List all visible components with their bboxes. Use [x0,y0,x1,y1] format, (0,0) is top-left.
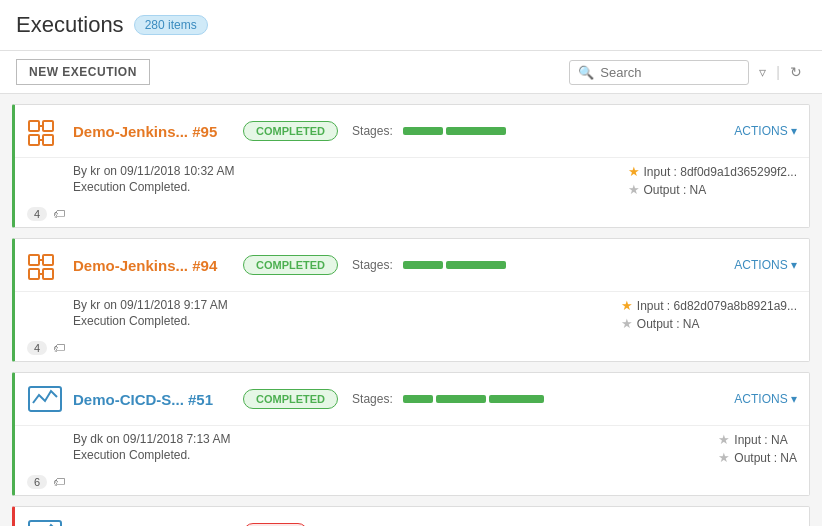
exec-io: ★Input : 8df0d9a1d365299f2...★Output : N… [628,164,797,197]
stages-section: Stages: [352,392,544,406]
input-star-icon[interactable]: ★ [718,432,730,447]
actions-button[interactable]: ACTIONS ▾ [734,124,797,138]
stage-bar-0 [403,261,443,269]
svg-rect-8 [43,255,53,265]
exec-card-body: By kr on 09/11/2018 9:17 AMExecution Com… [15,292,809,339]
exec-io: ★Input : 6d82d079a8b8921a9...★Output : N… [621,298,797,331]
exec-meta: By dk on 09/11/2018 7:13 AMExecution Com… [27,432,230,462]
page-header: Executions 280 items [0,0,822,51]
exec-name: Demo-Jenkins... #95 [73,123,233,140]
exec-by: By dk on 09/11/2018 7:13 AM [73,432,230,446]
execution-card-exec-50: Demo-CICD-S... #50FAILEDStages:ACTIONS ▾… [12,506,810,526]
exec-message: Execution Completed. [73,314,228,328]
stage-bar-1 [446,127,506,135]
page-title: Executions [16,12,124,38]
filter-icon[interactable]: ▿ [755,62,770,82]
input-value: Input : NA [734,433,787,447]
tag-icon: 🏷 [53,207,65,221]
output-star-icon[interactable]: ★ [621,316,633,331]
exec-card-body: By kr on 09/11/2018 10:32 AMExecution Co… [15,158,809,205]
svg-rect-1 [29,135,39,145]
search-icon: 🔍 [578,65,594,80]
new-execution-button[interactable]: NEW EXECUTION [16,59,150,85]
toolbar-right: 🔍 ▿ | ↻ [569,60,806,85]
stage-bar-1 [436,395,486,403]
search-box: 🔍 [569,60,749,85]
cicd-icon [27,381,63,417]
exec-card-top: Demo-CICD-S... #50FAILEDStages:ACTIONS ▾ [15,507,809,526]
input-row: ★Input : NA [718,432,787,447]
output-row: ★Output : NA [718,450,797,465]
status-badge: COMPLETED [243,389,338,409]
exec-card-body: By dk on 09/11/2018 7:13 AMExecution Com… [15,426,809,473]
exec-message: Execution Completed. [73,448,230,462]
toolbar: NEW EXECUTION 🔍 ▿ | ↻ [0,51,822,94]
exec-by: By kr on 09/11/2018 10:32 AM [73,164,234,178]
exec-message: Execution Completed. [73,180,234,194]
execution-card-exec-94: Demo-Jenkins... #94COMPLETEDStages:ACTIO… [12,238,810,362]
stage-bars [403,395,544,403]
stage-bar-2 [489,395,544,403]
execution-card-exec-51: Demo-CICD-S... #51COMPLETEDStages:ACTION… [12,372,810,496]
card-footer: 6🏷 [15,473,809,495]
refresh-icon[interactable]: ↻ [786,62,806,82]
tag-count: 6 [27,475,47,489]
svg-rect-3 [43,135,53,145]
stage-bar-0 [403,395,433,403]
svg-rect-9 [43,269,53,279]
card-footer: 4🏷 [15,339,809,361]
stages-label: Stages: [352,124,393,138]
exec-meta: By kr on 09/11/2018 10:32 AMExecution Co… [27,164,234,194]
exec-card-top: Demo-CICD-S... #51COMPLETEDStages:ACTION… [15,373,809,426]
status-badge: COMPLETED [243,255,338,275]
stages-section: Stages: [352,124,506,138]
exec-card-top: Demo-Jenkins... #94COMPLETEDStages:ACTIO… [15,239,809,292]
stage-bar-1 [446,261,506,269]
output-star-icon[interactable]: ★ [628,182,640,197]
tag-icon: 🏷 [53,475,65,489]
actions-button[interactable]: ACTIONS ▾ [734,258,797,272]
output-value: Output : NA [734,451,797,465]
output-row: ★Output : NA [621,316,700,331]
output-value: Output : NA [644,183,707,197]
exec-by: By kr on 09/11/2018 9:17 AM [73,298,228,312]
jenkins-icon [27,113,63,149]
items-count-badge: 280 items [134,15,208,35]
stages-section: Stages: [352,258,506,272]
divider: | [776,64,780,80]
exec-card-top: Demo-Jenkins... #95COMPLETEDStages:ACTIO… [15,105,809,158]
tag-count: 4 [27,341,47,355]
search-input[interactable] [600,65,740,80]
stage-bar-0 [403,127,443,135]
exec-name: Demo-Jenkins... #94 [73,257,233,274]
svg-rect-2 [43,121,53,131]
stages-label: Stages: [352,392,393,406]
exec-name: Demo-CICD-S... #51 [73,391,233,408]
cicd-icon [27,515,63,526]
svg-rect-12 [29,387,61,411]
status-badge: COMPLETED [243,121,338,141]
input-row: ★Input : 8df0d9a1d365299f2... [628,164,797,179]
svg-rect-0 [29,121,39,131]
output-star-icon[interactable]: ★ [718,450,730,465]
actions-button[interactable]: ACTIONS ▾ [734,392,797,406]
tag-icon: 🏷 [53,341,65,355]
stage-bars [403,127,506,135]
executions-list: Demo-Jenkins... #95COMPLETEDStages:ACTIO… [0,94,822,526]
exec-meta: By kr on 09/11/2018 9:17 AMExecution Com… [27,298,228,328]
tag-count: 4 [27,207,47,221]
svg-rect-13 [29,521,61,526]
input-star-icon[interactable]: ★ [621,298,633,313]
svg-rect-7 [29,269,39,279]
input-star-icon[interactable]: ★ [628,164,640,179]
jenkins-icon [27,247,63,283]
card-footer: 4🏷 [15,205,809,227]
input-value: Input : 6d82d079a8b8921a9... [637,299,797,313]
execution-card-exec-95: Demo-Jenkins... #95COMPLETEDStages:ACTIO… [12,104,810,228]
exec-io: ★Input : NA★Output : NA [718,432,797,465]
input-value: Input : 8df0d9a1d365299f2... [644,165,797,179]
output-row: ★Output : NA [628,182,707,197]
output-value: Output : NA [637,317,700,331]
input-row: ★Input : 6d82d079a8b8921a9... [621,298,797,313]
stage-bars [403,261,506,269]
